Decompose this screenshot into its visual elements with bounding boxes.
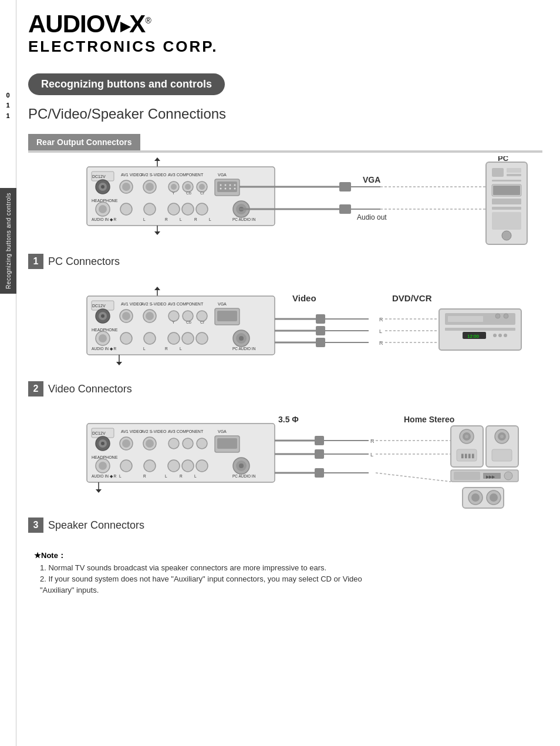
svg-text:DC12V: DC12V bbox=[92, 174, 106, 179]
svg-point-161 bbox=[183, 438, 193, 449]
svg-rect-26 bbox=[217, 182, 237, 192]
svg-point-29 bbox=[230, 184, 231, 186]
svg-text:L: L bbox=[209, 217, 211, 221]
svg-marker-54 bbox=[154, 231, 160, 235]
svg-rect-67 bbox=[492, 180, 521, 182]
svg-point-108 bbox=[196, 332, 208, 344]
page-title: PC/Video/Speaker Connections bbox=[28, 106, 542, 122]
svg-text:AV2 S-VIDEO: AV2 S-VIDEO bbox=[141, 429, 167, 434]
svg-line-222 bbox=[376, 473, 451, 482]
svg-point-152 bbox=[101, 442, 104, 445]
svg-text:L: L bbox=[194, 474, 197, 478]
svg-point-176 bbox=[239, 463, 244, 468]
sidebar-num-2: 1 bbox=[6, 112, 9, 120]
svg-text:DC12V: DC12V bbox=[92, 431, 106, 435]
svg-text:L: L bbox=[370, 452, 373, 458]
notes-item-3: "Auxiliary" inputs. bbox=[34, 586, 537, 594]
svg-text:PC AUDIO IN: PC AUDIO IN bbox=[232, 347, 256, 351]
svg-text:Cb: Cb bbox=[186, 320, 191, 324]
svg-point-105 bbox=[144, 332, 156, 344]
svg-rect-197 bbox=[315, 468, 324, 478]
svg-text:L: L bbox=[119, 474, 122, 478]
svg-rect-71 bbox=[492, 207, 521, 210]
svg-point-104 bbox=[120, 332, 132, 344]
svg-point-37 bbox=[99, 205, 107, 213]
svg-point-10 bbox=[122, 183, 130, 191]
registered-mark: ® bbox=[145, 16, 150, 25]
svg-point-16 bbox=[171, 184, 177, 190]
rear-output-label-text: Rear Output Connectors bbox=[36, 137, 132, 147]
svg-point-41 bbox=[182, 203, 194, 215]
svg-text:DC12V: DC12V bbox=[92, 304, 106, 308]
svg-point-137 bbox=[504, 314, 508, 318]
svg-text:VGA: VGA bbox=[218, 429, 227, 434]
svg-point-160 bbox=[168, 438, 179, 449]
step-1-block: DC12V AV1 VIDEO AV2 S-VIDEO AV3 COMPONEN… bbox=[28, 156, 542, 269]
svg-text:L: L bbox=[143, 217, 146, 221]
svg-rect-56 bbox=[339, 182, 351, 191]
section-header: Recognizing buttons and controls bbox=[28, 73, 225, 95]
svg-rect-125 bbox=[316, 326, 325, 335]
svg-point-141 bbox=[493, 334, 497, 337]
svg-text:PC AUDIO IN: PC AUDIO IN bbox=[232, 474, 256, 478]
svg-text:AV1 VIDEO: AV1 VIDEO bbox=[121, 302, 143, 306]
svg-text:VGA: VGA bbox=[363, 175, 380, 184]
svg-point-31 bbox=[220, 188, 222, 190]
svg-rect-65 bbox=[507, 168, 521, 173]
svg-point-7 bbox=[101, 185, 104, 189]
svg-point-40 bbox=[168, 203, 180, 215]
svg-text:12:00: 12:00 bbox=[467, 334, 480, 339]
svg-point-106 bbox=[168, 332, 180, 344]
svg-rect-135 bbox=[448, 316, 483, 322]
step-1-diagram: DC12V AV1 VIDEO AV2 S-VIDEO AV3 COMPONEN… bbox=[28, 156, 539, 250]
svg-rect-193 bbox=[315, 449, 324, 459]
svg-text:Y: Y bbox=[172, 191, 175, 195]
svg-point-143 bbox=[504, 334, 507, 337]
svg-text:R: R bbox=[143, 474, 146, 478]
svg-point-217 bbox=[471, 493, 480, 502]
svg-point-39 bbox=[144, 203, 156, 215]
svg-text:▶▶▶: ▶▶▶ bbox=[486, 475, 495, 479]
svg-text:AV2 S-VIDEO: AV2 S-VIDEO bbox=[141, 302, 167, 306]
svg-point-28 bbox=[225, 184, 227, 186]
svg-rect-211 bbox=[454, 472, 480, 480]
svg-text:R: R bbox=[165, 217, 168, 221]
svg-point-173 bbox=[196, 460, 208, 472]
step-2-number: 2 bbox=[28, 381, 43, 396]
logo-area: AUDIOV▸X® ELECTRONICS CORP. bbox=[28, 12, 542, 56]
svg-text:VGA: VGA bbox=[218, 173, 227, 177]
step-3-block: DC12V AV1 VIDEO AV2 S-VIDEO AV3 COMPONEN… bbox=[28, 414, 542, 533]
svg-point-168 bbox=[99, 462, 107, 470]
step-3-diagram: DC12V AV1 VIDEO AV2 S-VIDEO AV3 COMPONEN… bbox=[28, 414, 539, 514]
svg-rect-189 bbox=[315, 436, 324, 445]
svg-text:R: R bbox=[379, 340, 383, 346]
svg-rect-128 bbox=[316, 338, 325, 347]
svg-point-170 bbox=[144, 460, 156, 472]
brand-name-top: AUDIOV▸X® bbox=[28, 12, 542, 36]
svg-text:AV1 VIDEO: AV1 VIDEO bbox=[121, 429, 143, 434]
sidebar-tab: Recognizing buttons and controls bbox=[0, 188, 16, 294]
svg-text:Y: Y bbox=[172, 320, 175, 324]
svg-point-136 bbox=[495, 314, 500, 318]
svg-point-18 bbox=[185, 184, 191, 190]
svg-point-171 bbox=[168, 460, 180, 472]
step-3-title: Speaker Connectors bbox=[48, 519, 144, 532]
svg-text:R: R bbox=[194, 217, 197, 221]
svg-text:▮▮▮▮: ▮▮▮▮ bbox=[461, 452, 475, 459]
svg-text:AV1 VIDEO: AV1 VIDEO bbox=[121, 173, 143, 177]
svg-point-32 bbox=[225, 188, 227, 190]
rear-output-label: Rear Output Connectors bbox=[28, 134, 140, 150]
svg-point-103 bbox=[99, 334, 107, 342]
notes-item-1: 1. Normal TV sounds broadcast via speake… bbox=[34, 563, 537, 572]
svg-point-111 bbox=[239, 336, 244, 341]
svg-marker-185 bbox=[96, 489, 102, 493]
step-3-number: 3 bbox=[28, 518, 43, 533]
svg-point-87 bbox=[122, 312, 130, 320]
svg-point-20 bbox=[199, 184, 205, 190]
svg-point-34 bbox=[234, 188, 236, 190]
svg-text:R: R bbox=[165, 347, 168, 351]
svg-rect-138 bbox=[445, 328, 515, 331]
svg-rect-66 bbox=[507, 174, 521, 176]
notes-item-2: 2. If your sound system does not have "A… bbox=[34, 574, 537, 583]
svg-point-33 bbox=[230, 188, 231, 190]
